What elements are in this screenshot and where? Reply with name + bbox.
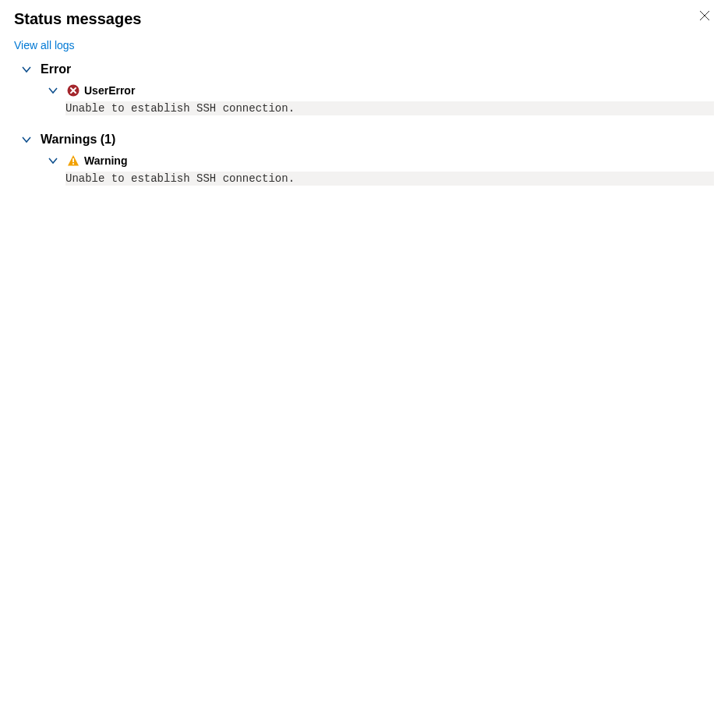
warning-item: Warning — [47, 154, 714, 167]
close-icon — [699, 10, 710, 23]
chevron-down-icon — [20, 63, 33, 76]
warnings-section-header[interactable]: Warnings (1) — [20, 133, 714, 147]
view-all-logs-link[interactable]: View all logs — [14, 39, 75, 51]
error-icon — [67, 84, 80, 97]
warning-item-label: Warning — [84, 154, 127, 167]
error-item-label: UserError — [84, 84, 135, 97]
chevron-down-icon — [47, 84, 59, 97]
error-section-title: Error — [41, 62, 71, 76]
svg-rect-6 — [72, 158, 74, 162]
error-message: Unable to establish SSH connection. — [65, 101, 714, 115]
close-button[interactable] — [695, 7, 714, 26]
error-section-header[interactable]: Error — [20, 62, 714, 76]
warning-message: Unable to establish SSH connection. — [65, 172, 714, 186]
warning-item-header[interactable]: Warning — [47, 154, 714, 167]
panel-header: Status messages — [14, 9, 714, 28]
warnings-section-title: Warnings (1) — [41, 133, 115, 147]
panel-title: Status messages — [14, 10, 141, 28]
svg-rect-7 — [72, 163, 74, 165]
error-item: UserError — [47, 84, 714, 97]
warnings-section: Warnings (1) Warning Unable to establish… — [14, 133, 714, 186]
chevron-down-icon — [20, 133, 33, 146]
warning-icon — [67, 154, 80, 167]
error-section: Error UserError Unable to establish SSH … — [14, 62, 714, 115]
error-item-header[interactable]: UserError — [47, 84, 714, 97]
chevron-down-icon — [47, 154, 59, 167]
